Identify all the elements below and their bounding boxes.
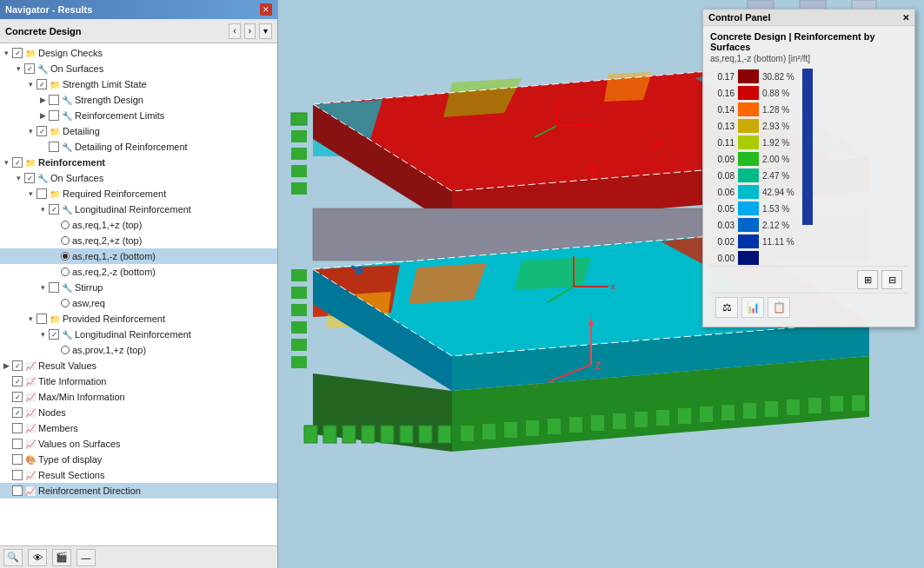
navigator-bottom-toolbar: 🔍 👁 🎬 —	[0, 545, 277, 568]
tree-checkbox[interactable]	[12, 48, 23, 58]
tree-item-type-display[interactable]: 🎨Type of display	[0, 452, 277, 467]
tree-checkbox[interactable]	[12, 439, 23, 449]
tree-item-stirrup[interactable]: ▾🔧Stirrup	[0, 280, 277, 295]
svg-rect-37	[504, 422, 517, 438]
tree-item-as-req-2-bot[interactable]: as,req,2,-z (bottom)	[0, 264, 277, 280]
tree-label: as,req,2,+z (top)	[72, 235, 142, 246]
expand-icon[interactable]: ▶	[37, 111, 49, 120]
svg-text:✕: ✕	[652, 138, 661, 150]
blue-gradient-bar	[802, 69, 813, 225]
navigator-close-button[interactable]: ✕	[260, 3, 272, 16]
tree-label: as,req,2,-z (bottom)	[72, 267, 156, 277]
tree-checkbox[interactable]	[49, 282, 59, 293]
tree-item-strength-design[interactable]: ▶🔧Strength Design	[0, 92, 277, 108]
tree-checkbox[interactable]	[49, 329, 59, 340]
tree-checkbox[interactable]	[12, 485, 23, 496]
tree-checkbox[interactable]	[12, 376, 23, 386]
tree-item-as-req-2-top[interactable]: as,req,2,+z (top)	[0, 233, 277, 248]
tree-checkbox[interactable]	[37, 188, 47, 199]
radio-button[interactable]	[61, 236, 70, 245]
cp-icon-table[interactable]: ⊟	[881, 270, 902, 289]
tree-label: Values on Surfaces	[38, 439, 121, 449]
expand-icon[interactable]: ▾	[24, 80, 37, 89]
tree-checkbox[interactable]	[37, 126, 47, 136]
navigator-toolbar: Concrete Design ‹ › ▾	[0, 19, 277, 43]
tree-item-provided-reinf[interactable]: ▾📁Provided Reinforcement	[0, 311, 277, 327]
tree-checkbox[interactable]	[12, 454, 23, 465]
tree-checkbox[interactable]	[49, 95, 59, 105]
tree-checkbox[interactable]	[37, 79, 47, 89]
toolbar-menu[interactable]: ▾	[259, 23, 272, 39]
expand-icon[interactable]: ▾	[37, 205, 49, 214]
svg-rect-49	[765, 401, 778, 417]
expand-icon[interactable]: ▾	[37, 283, 49, 292]
expand-icon[interactable]: ▾	[0, 158, 12, 167]
tree-checkbox[interactable]	[37, 314, 47, 324]
tree-checkbox[interactable]	[12, 407, 23, 418]
tree-checkbox[interactable]	[12, 392, 23, 402]
cp-heading: Concrete Design | Reinforcement by Surfa…	[710, 31, 907, 52]
tree-checkbox[interactable]	[12, 157, 23, 168]
expand-icon[interactable]: ▾	[12, 64, 24, 73]
tree-item-members[interactable]: 📈Members	[0, 420, 277, 436]
tree-item-values-surfaces[interactable]: 📈Values on Surfaces	[0, 436, 277, 452]
legend-row: 0.03 2.12 %	[710, 217, 797, 233]
tree-item-required-reinf[interactable]: ▾📁Required Reinforcement	[0, 186, 277, 201]
cp-icon-grid[interactable]: ⊞	[857, 270, 878, 289]
tree-item-asw-req[interactable]: asw,req	[0, 295, 277, 311]
expand-icon[interactable]: ▾	[24, 127, 37, 135]
tree-item-strength-limit[interactable]: ▾📁Strength Limit State	[0, 76, 277, 92]
tree-checkbox[interactable]	[49, 110, 59, 121]
tree-item-reinf-limits[interactable]: ▶🔧Reinforcement Limits	[0, 108, 277, 123]
tree-item-as-prov-1-top[interactable]: as,prov,1,+z (top)	[0, 342, 277, 358]
tree-checkbox[interactable]	[49, 204, 59, 215]
radio-button[interactable]	[61, 267, 70, 276]
tree-item-detailing-reinf[interactable]: 🔧Detailing of Reinforcement	[0, 139, 277, 155]
cp-bottom-icon-scale[interactable]: ⚖	[715, 297, 738, 318]
toolbar-nav-back[interactable]: ‹	[229, 23, 240, 39]
radio-button[interactable]	[61, 299, 70, 307]
tree-item-detailing[interactable]: ▾📁Detailing	[0, 123, 277, 139]
tree-item-as-req-1-top[interactable]: as,req,1,+z (top)	[0, 217, 277, 233]
tree-checkbox[interactable]	[24, 63, 35, 74]
nav-bottom-search[interactable]: 🔍	[3, 549, 23, 566]
nav-bottom-camera[interactable]: 🎬	[52, 549, 71, 566]
tree-item-reinforcement[interactable]: ▾📁Reinforcement	[0, 155, 277, 170]
nav-bottom-eye[interactable]: 👁	[28, 549, 47, 566]
expand-icon[interactable]: ▾	[0, 49, 12, 57]
tree-label: Detailing	[63, 126, 100, 136]
expand-icon[interactable]: ▶	[37, 96, 49, 104]
radio-button[interactable]	[61, 346, 70, 354]
expand-icon[interactable]: ▶	[0, 361, 12, 370]
tree-checkbox[interactable]	[12, 423, 23, 433]
tree-checkbox[interactable]	[12, 360, 23, 371]
expand-icon[interactable]: ▾	[24, 189, 37, 198]
control-panel-close[interactable]: ✕	[902, 13, 909, 23]
tree-item-long-reinf-2[interactable]: ▾🔧Longitudinal Reinforcement	[0, 327, 277, 342]
toolbar-nav-fwd[interactable]: ›	[244, 23, 256, 39]
result-icon: 📈	[24, 375, 37, 387]
tree-checkbox[interactable]	[12, 470, 23, 480]
tree-item-maxmin-info[interactable]: 📈Max/Min Information	[0, 389, 277, 405]
tree-item-on-surfaces-1[interactable]: ▾🔧On Surfaces	[0, 61, 277, 76]
tree-item-result-sections[interactable]: 📈Result Sections	[0, 467, 277, 483]
expand-icon[interactable]: ▾	[12, 174, 24, 182]
tree-item-on-surfaces-2[interactable]: ▾🔧On Surfaces	[0, 170, 277, 186]
cp-bottom-icon-chart[interactable]: 📊	[741, 297, 764, 318]
tree-item-design-checks[interactable]: ▾📁Design Checks	[0, 45, 277, 61]
3d-viewport[interactable]: Z z ✕ ✕ ✕ x x ➜ Control Panel ✕	[278, 0, 924, 568]
radio-button[interactable]	[61, 221, 70, 229]
cp-bottom-icon-export[interactable]: 📋	[768, 297, 790, 318]
tree-item-long-reinf-1[interactable]: ▾🔧Longitudinal Reinforcement	[0, 201, 277, 217]
nav-bottom-dash[interactable]: —	[76, 549, 96, 566]
tree-item-reinf-direction[interactable]: 📈Reinforcement Direction	[0, 483, 277, 499]
tree-checkbox[interactable]	[49, 142, 59, 152]
expand-icon[interactable]: ▾	[37, 330, 49, 339]
tree-item-result-values[interactable]: ▶📈Result Values	[0, 358, 277, 373]
radio-button[interactable]	[61, 252, 70, 261]
tree-item-as-req-1-bot[interactable]: as,req,1,-z (bottom)	[0, 248, 277, 264]
tree-item-title-info[interactable]: 📈Title Information	[0, 373, 277, 389]
expand-icon[interactable]: ▾	[24, 314, 37, 323]
tree-checkbox[interactable]	[24, 173, 35, 183]
tree-item-nodes[interactable]: 📈Nodes	[0, 405, 277, 420]
